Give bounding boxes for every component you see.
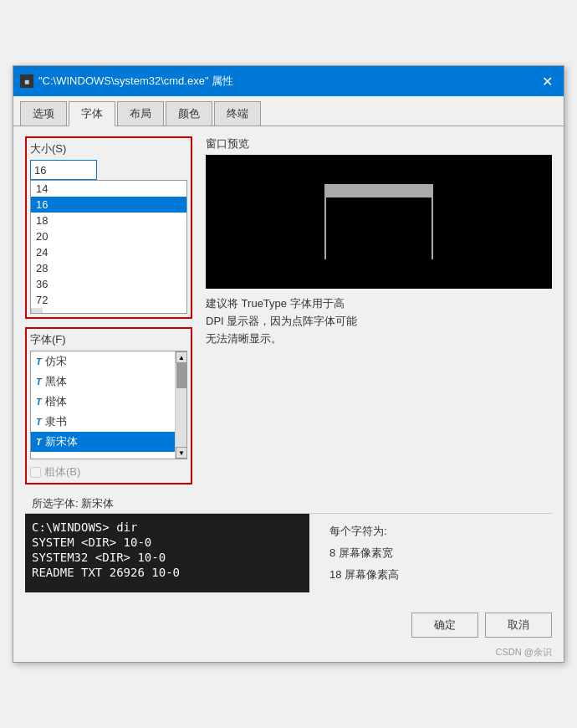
preview-title-bar xyxy=(326,186,431,197)
preview-line-3: SYSTEM32 <DIR> 10-0 xyxy=(32,551,303,564)
font-scroll-up[interactable]: ▲ xyxy=(176,351,187,363)
tab-terminal[interactable]: 终端 xyxy=(214,101,261,126)
font-label: 字体(F) xyxy=(30,332,187,347)
right-column: 窗口预览 建议将 TrueType 字体用于高 DPI 显示器，因为点阵字体可能… xyxy=(206,136,552,484)
tab-options[interactable]: 选项 xyxy=(20,101,67,126)
button-row: 确定 取消 xyxy=(13,602,564,646)
font-preview-box: C:\WINDOWS> dir SYSTEM <DIR> 10-0 SYSTEM… xyxy=(25,514,309,592)
top-section: 大小(S) 14 16 18 20 24 28 36 72 xyxy=(25,136,552,484)
ok-button[interactable]: 确定 xyxy=(411,613,478,638)
dialog-window: ■ "C:\WINDOWS\system32\cmd.exe" 属性 ✕ 选项 … xyxy=(13,65,564,663)
size-item-16[interactable]: 16 xyxy=(31,197,186,213)
selected-font-body: C:\WINDOWS> dir SYSTEM <DIR> 10-0 SYSTEM… xyxy=(25,514,552,592)
size-input[interactable] xyxy=(30,160,97,180)
font-scroll-track xyxy=(176,363,186,447)
size-listbox[interactable]: 14 16 18 20 24 28 36 72 xyxy=(30,180,187,314)
bold-checkbox-row: 粗体(B) xyxy=(30,464,187,479)
size-item-24[interactable]: 24 xyxy=(31,244,186,260)
window-preview xyxy=(206,155,552,289)
size-scrollbar[interactable] xyxy=(31,308,43,314)
char-info: 每个字符为: 8 屏幕像素宽 18 屏幕像素高 xyxy=(323,514,552,592)
size-item-20[interactable]: 20 xyxy=(31,228,186,244)
font-list: T 仿宋 T 黑体 T 楷体 xyxy=(31,351,175,459)
font-item-li[interactable]: T 隶书 xyxy=(31,412,175,432)
left-column: 大小(S) 14 16 18 20 24 28 36 72 xyxy=(25,136,192,484)
font-icon-kai: T xyxy=(36,397,42,407)
size-label: 大小(S) xyxy=(30,141,187,156)
font-icon-fang: T xyxy=(36,356,42,367)
font-scrollbar[interactable]: ▲ ▼ xyxy=(175,351,186,459)
char-height-label: 18 屏幕像素高 xyxy=(329,564,545,586)
tab-bar: 选项 字体 布局 颜色 终端 xyxy=(13,96,564,126)
font-item-fang[interactable]: T 仿宋 xyxy=(31,351,175,372)
font-item-kai[interactable]: T 楷体 xyxy=(31,392,175,412)
bold-label: 粗体(B) xyxy=(44,464,80,479)
selected-font-wrapper: 所选字体: 新宋体 C:\WINDOWS> dir SYSTEM <DIR> 1… xyxy=(25,495,552,592)
preview-line-2: SYSTEM <DIR> 10-0 xyxy=(32,536,303,549)
tab-layout[interactable]: 布局 xyxy=(117,101,164,126)
preview-line-4: README TXT 26926 10-0 xyxy=(32,566,303,579)
size-list: 14 16 18 20 24 28 36 72 xyxy=(31,181,186,308)
cancel-button[interactable]: 取消 xyxy=(485,613,552,638)
title-icon: ■ xyxy=(20,74,33,88)
size-item-72[interactable]: 72 xyxy=(31,292,186,308)
char-width-label: 8 屏幕像素宽 xyxy=(329,542,545,564)
content-area: 大小(S) 14 16 18 20 24 28 36 72 xyxy=(13,126,564,602)
watermark: CSDN @余识 xyxy=(13,646,564,662)
size-section: 大小(S) 14 16 18 20 24 28 36 72 xyxy=(25,136,192,319)
preview-line-1: C:\WINDOWS> dir xyxy=(32,520,303,534)
char-info-label: 每个字符为: xyxy=(329,520,545,542)
font-listbox[interactable]: T 仿宋 T 黑体 T 楷体 xyxy=(30,351,187,459)
font-item-hei[interactable]: T 黑体 xyxy=(31,372,175,392)
font-icon-xin: T xyxy=(36,437,42,447)
preview-label: 窗口预览 xyxy=(206,136,552,151)
font-scroll-down[interactable]: ▼ xyxy=(176,447,187,459)
selected-font-header: 所选字体: 新宋体 xyxy=(25,495,552,514)
preview-inner xyxy=(324,184,433,259)
title-text: "C:\WINDOWS\system32\cmd.exe" 属性 xyxy=(38,74,233,89)
title-bar: ■ "C:\WINDOWS\system32\cmd.exe" 属性 ✕ xyxy=(13,66,564,96)
size-item-18[interactable]: 18 xyxy=(31,213,186,228)
font-icon-hei: T xyxy=(36,377,42,387)
font-item-xin[interactable]: T 新宋体 xyxy=(31,432,175,452)
font-section: 字体(F) T 仿宋 T 黑体 T xyxy=(25,327,192,484)
font-scroll-thumb xyxy=(176,363,186,388)
tab-color[interactable]: 颜色 xyxy=(166,101,212,126)
hint-text: 建议将 TrueType 字体用于高 DPI 显示器，因为点阵字体可能 无法清晰… xyxy=(206,295,552,347)
font-icon-li: T xyxy=(36,417,42,427)
size-item-14[interactable]: 14 xyxy=(31,181,186,197)
size-item-36[interactable]: 36 xyxy=(31,276,186,292)
tab-font[interactable]: 字体 xyxy=(69,101,115,126)
bold-checkbox-input[interactable] xyxy=(30,467,41,478)
title-bar-left: ■ "C:\WINDOWS\system32\cmd.exe" 属性 xyxy=(20,74,233,89)
close-button[interactable]: ✕ xyxy=(537,71,557,91)
size-item-28[interactable]: 28 xyxy=(31,260,186,276)
